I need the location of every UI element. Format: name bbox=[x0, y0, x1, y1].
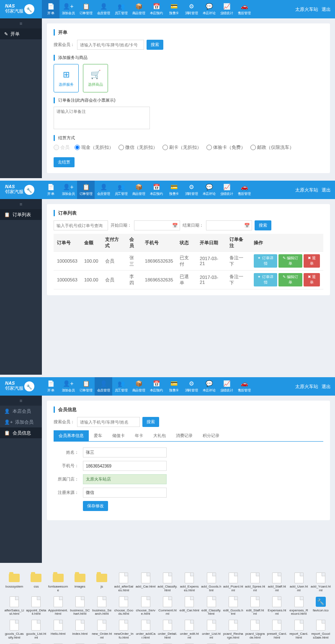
station-link[interactable]: 太原火车站 bbox=[295, 187, 318, 193]
file-item[interactable]: order_addCar.html bbox=[136, 619, 156, 640]
nav-item[interactable]: ⚙消耗管理 bbox=[183, 377, 200, 396]
phone-input[interactable] bbox=[83, 461, 167, 471]
nav-item[interactable]: ⚙消耗管理 bbox=[183, 181, 200, 199]
file-item[interactable]: fontsawesome bbox=[48, 572, 68, 593]
sidebar-toggle[interactable]: ≡ bbox=[0, 18, 42, 28]
file-item[interactable]: add_User.html bbox=[289, 572, 309, 593]
member-search-input[interactable] bbox=[77, 417, 140, 427]
search-input[interactable] bbox=[77, 40, 144, 50]
file-item[interactable]: pcard_Upgrade.html bbox=[245, 619, 265, 640]
file-item[interactable]: add_afterSales.html bbox=[113, 572, 134, 593]
nav-item[interactable]: 📦商品管理 bbox=[130, 377, 147, 396]
file-item[interactable]: business_SChart.html bbox=[70, 596, 90, 616]
search-button[interactable]: 搜索 bbox=[147, 40, 163, 50]
name-input[interactable] bbox=[83, 447, 167, 457]
file-item[interactable]: report_GoodsSale.html bbox=[311, 619, 331, 640]
file-item[interactable]: Appointment.html bbox=[48, 596, 68, 616]
nav-item[interactable]: 👤+添加会员 bbox=[59, 377, 77, 396]
nav-item[interactable]: 💳预售卡 bbox=[165, 181, 183, 199]
logout-link[interactable]: 退出 bbox=[322, 383, 331, 390]
nav-item[interactable]: 📦商品管理 bbox=[130, 181, 147, 199]
order-search-input[interactable] bbox=[54, 220, 108, 230]
file-item[interactable]: add_Classify.html bbox=[157, 572, 178, 593]
nav-item[interactable]: 📋订单管理 bbox=[77, 181, 95, 199]
file-item[interactable]: order_edit.html bbox=[179, 619, 199, 640]
nav-item[interactable]: 📈业绩统计 bbox=[218, 181, 235, 199]
nav-item[interactable]: 👤会员管理 bbox=[95, 0, 112, 18]
sidebar-item[interactable]: 📋订单列表 bbox=[0, 209, 42, 220]
file-item[interactable]: new_Order.html bbox=[92, 619, 112, 640]
detail-button[interactable]: ✦ 订单详情 bbox=[254, 254, 277, 268]
file-item[interactable]: business_Search.html bbox=[92, 596, 112, 616]
nav-item[interactable]: 📋订单管理 bbox=[77, 0, 95, 18]
file-item[interactable]: add_Spree.html bbox=[245, 572, 265, 593]
nav-item[interactable]: 🚗售后管理 bbox=[235, 0, 253, 18]
nav-item[interactable]: 📅本店预约 bbox=[147, 377, 165, 396]
file-item[interactable]: 🔧favicon.ico bbox=[311, 596, 331, 616]
nav-item[interactable]: 💬本店评论 bbox=[200, 181, 218, 199]
search-button[interactable]: 搜索 bbox=[255, 220, 271, 230]
file-item[interactable]: Comment.html bbox=[157, 596, 178, 616]
select-service-card[interactable]: ⊞ 选择服务 bbox=[54, 64, 79, 92]
radio-input[interactable] bbox=[119, 145, 124, 150]
nav-item[interactable]: 📄开 单 bbox=[42, 181, 59, 199]
radio-input[interactable] bbox=[162, 145, 168, 150]
source-input[interactable] bbox=[83, 488, 167, 498]
tab[interactable]: 年卡 bbox=[130, 430, 148, 441]
file-item[interactable]: index.html bbox=[70, 619, 90, 640]
file-item[interactable]: edit_Classify.html bbox=[201, 596, 221, 616]
payment-option[interactable]: 会员 bbox=[54, 144, 70, 151]
file-item[interactable]: expenses_Record.html bbox=[289, 596, 309, 616]
radio-input[interactable] bbox=[54, 145, 59, 150]
file-item[interactable]: edit_Goods.html bbox=[223, 596, 243, 616]
file-item[interactable]: Expenses.html bbox=[267, 596, 287, 616]
payment-option[interactable]: 现金（无折扣） bbox=[75, 144, 113, 151]
settle-button[interactable]: 去结算 bbox=[54, 157, 75, 167]
nav-item[interactable]: 👤+添加会员 bbox=[59, 0, 77, 18]
nav-item[interactable]: 📅本店预约 bbox=[147, 181, 165, 199]
logout-link[interactable]: 退出 bbox=[322, 187, 331, 193]
search-button[interactable]: 搜索 bbox=[142, 417, 159, 427]
nav-item[interactable]: 🚗售后管理 bbox=[235, 377, 253, 396]
file-item[interactable]: choose_Goods.html bbox=[113, 596, 134, 616]
select-goods-card[interactable]: 🛒 选择商品 bbox=[83, 64, 108, 92]
remark-textarea[interactable] bbox=[54, 107, 150, 129]
nav-item[interactable]: 📅本店预约 bbox=[147, 0, 165, 18]
sidebar-toggle[interactable]: ≡ bbox=[0, 396, 42, 406]
file-item[interactable]: add_Ycard.html bbox=[311, 572, 331, 593]
nav-item[interactable]: ⚙消耗管理 bbox=[183, 0, 200, 18]
edit-button[interactable]: ✎ 编辑订单 bbox=[278, 273, 302, 286]
detail-button[interactable]: ✦ 订单详情 bbox=[254, 273, 277, 286]
file-item[interactable]: newOrder_Info.html bbox=[113, 619, 134, 640]
file-item[interactable]: order_List.html bbox=[201, 619, 221, 640]
nav-item[interactable]: 💳预售卡 bbox=[165, 377, 183, 396]
nav-item[interactable]: 💳预售卡 bbox=[165, 0, 183, 18]
nav-item[interactable]: 👤会员管理 bbox=[95, 377, 112, 396]
sidebar-item[interactable]: 👤本店会员 bbox=[0, 406, 42, 417]
tab[interactable]: 储值卡 bbox=[107, 430, 130, 441]
file-item[interactable]: goods_List.html bbox=[26, 619, 46, 640]
station-link[interactable]: 太原火车站 bbox=[295, 383, 318, 390]
station-link[interactable]: 太原火车站 bbox=[295, 6, 318, 13]
nav-item[interactable]: 👤会员管理 bbox=[95, 181, 112, 199]
refund-button[interactable]: ✖ 退单 bbox=[304, 273, 320, 286]
logout-link[interactable]: 退出 bbox=[322, 6, 331, 13]
file-item[interactable]: css bbox=[26, 572, 46, 593]
file-item[interactable]: add_Staff.html bbox=[267, 572, 287, 593]
nav-item[interactable]: 📋订单管理 bbox=[77, 377, 95, 396]
nav-item[interactable]: 👥员工管理 bbox=[112, 181, 130, 199]
nav-item[interactable]: 📈业绩统计 bbox=[218, 0, 235, 18]
edit-button[interactable]: ✎ 编辑订单 bbox=[278, 254, 302, 268]
sidebar-item[interactable]: 👤+添加会员 bbox=[0, 417, 42, 427]
file-item[interactable]: js bbox=[92, 572, 112, 593]
tab[interactable]: 积分记录 bbox=[198, 430, 224, 441]
nav-item[interactable]: 📦商品管理 bbox=[130, 0, 147, 18]
payment-option[interactable]: 体验卡（免费） bbox=[206, 144, 245, 151]
tab[interactable]: 大礼包 bbox=[148, 430, 171, 441]
sidebar-item[interactable]: 📋会员信息 bbox=[0, 427, 42, 438]
tab[interactable]: 会员基本信息 bbox=[54, 430, 89, 441]
payment-option[interactable]: 刷卡（无折扣） bbox=[162, 144, 201, 151]
nav-item[interactable]: 📄开 单 bbox=[42, 0, 59, 18]
save-button[interactable]: 保存修改 bbox=[83, 501, 108, 511]
file-item[interactable]: afterSales_List.html bbox=[4, 596, 24, 616]
